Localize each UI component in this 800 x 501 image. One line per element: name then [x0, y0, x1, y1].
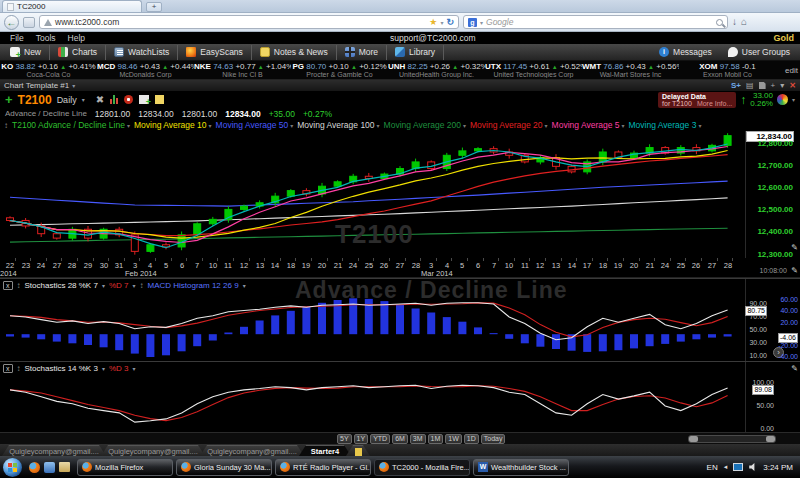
- firefox-quicklaunch-icon[interactable]: [29, 462, 40, 473]
- edit-pencil-icon[interactable]: ✎: [791, 266, 798, 275]
- chevron-down-icon[interactable]: ▾: [132, 365, 135, 372]
- zoom-preset-ytd[interactable]: YTD: [370, 434, 390, 444]
- chevron-down-icon[interactable]: ▾: [545, 122, 548, 129]
- indicator-title[interactable]: Stochastics 28 %K 7: [25, 281, 98, 290]
- snapshot-button[interactable]: S+: [731, 81, 741, 90]
- zoom-preset-1w[interactable]: 1W: [445, 434, 462, 444]
- mail-quicklaunch-icon[interactable]: [44, 462, 55, 473]
- legend-item-moving-average-50[interactable]: Moving Average 50▾: [216, 120, 294, 130]
- add-chart-icon[interactable]: [139, 95, 149, 104]
- menu-file[interactable]: File: [4, 33, 30, 43]
- new-tab-button[interactable]: +: [146, 2, 162, 12]
- chevron-down-icon[interactable]: ▾: [290, 122, 293, 129]
- legend-item-moving-average-100[interactable]: Moving Average 100▾: [297, 120, 379, 130]
- toolbar-more[interactable]: More: [337, 45, 387, 60]
- drag-handle-icon[interactable]: ↕: [17, 281, 21, 290]
- explorer-quicklaunch-icon[interactable]: [59, 462, 70, 472]
- network-icon[interactable]: [733, 463, 743, 471]
- close-panel-button[interactable]: x: [3, 364, 13, 373]
- home-icon[interactable]: ⌂: [741, 17, 747, 27]
- chevron-down-icon[interactable]: ▾: [440, 19, 443, 26]
- indicators-icon[interactable]: [110, 95, 118, 104]
- legend-item-moving-average-200[interactable]: Moving Average 200▾: [384, 120, 466, 130]
- indicator-d-label[interactable]: %D 7: [109, 281, 129, 290]
- chevron-down-icon[interactable]: ▾: [102, 282, 105, 289]
- ticker-item[interactable]: KO 38.82 +0.16 ▲ +0.41%Coca-Cola Co: [0, 61, 97, 79]
- symbol-name[interactable]: T2100: [18, 93, 52, 107]
- delayed-data-badge[interactable]: Delayed Data for T2100More Info...: [658, 92, 736, 108]
- layout-icon[interactable]: ▤: [746, 82, 754, 90]
- toolbar-watchlists[interactable]: WatchLists: [106, 45, 178, 60]
- bookmark-star-icon[interactable]: ★: [429, 18, 437, 27]
- legend-item-moving-average-20[interactable]: Moving Average 20▾: [470, 120, 548, 130]
- ticker-edit-link[interactable]: edit: [785, 66, 798, 75]
- zoom-preset-5y[interactable]: 5Y: [337, 434, 352, 444]
- taskbar-window-wealthbuilder-stock[interactable]: WWealthbuilder Stock ...: [473, 459, 569, 476]
- downloads-icon[interactable]: ↓: [732, 17, 737, 27]
- search-icon[interactable]: [716, 19, 723, 26]
- tools-icon[interactable]: ✖: [96, 95, 104, 105]
- toolbar-library[interactable]: Library: [387, 45, 444, 60]
- toolbar-user-groups[interactable]: User Groups: [720, 45, 798, 60]
- ticker-item[interactable]: UTX 117.45 +0.61 ▲ +0.52%United Technolo…: [485, 61, 582, 79]
- chart-template-label[interactable]: Chart Template #1: [4, 81, 69, 90]
- chevron-down-icon[interactable]: ▾: [621, 122, 624, 129]
- toolbar-easyscans[interactable]: EasyScans: [178, 45, 252, 60]
- globe-icon[interactable]: [777, 94, 788, 105]
- chevron-down-icon[interactable]: ▾: [132, 282, 135, 289]
- ticker-item[interactable]: MCD 98.46 +0.43 ▲ +0.44%McDonalds Corp: [97, 61, 194, 79]
- zoom-preset-today[interactable]: Today: [481, 434, 506, 444]
- add-panel-icon[interactable]: +: [771, 82, 776, 90]
- stochastics-chart-2[interactable]: [0, 375, 745, 432]
- record-icon[interactable]: [124, 95, 133, 104]
- close-panel-button[interactable]: x: [3, 281, 13, 290]
- menu-tools[interactable]: Tools: [30, 33, 62, 43]
- start-button[interactable]: [3, 458, 22, 477]
- url-bar[interactable]: www.tc2000.com ★ ▾ ↻: [39, 15, 459, 29]
- clock[interactable]: 3:24 PM: [763, 463, 793, 472]
- timeframe-select[interactable]: Daily: [57, 95, 77, 105]
- edit-pencil-icon[interactable]: ✎: [791, 243, 798, 252]
- new-workspace-tab-button[interactable]: [346, 445, 370, 456]
- range-handle-right[interactable]: [766, 436, 775, 442]
- range-handle-left[interactable]: [689, 436, 698, 442]
- zoom-preset-1d[interactable]: 1D: [464, 434, 479, 444]
- ticker-item[interactable]: PG 80.70 +0.10 ▲ +0.12%Procter & Gamble …: [291, 61, 388, 79]
- chevron-down-icon[interactable]: ▾: [209, 122, 212, 129]
- language-indicator[interactable]: EN: [707, 463, 718, 472]
- tray-expand-icon[interactable]: ◂: [724, 463, 728, 471]
- site-identity-icon[interactable]: [44, 19, 52, 26]
- chevron-down-icon[interactable]: ▾: [127, 122, 130, 129]
- chevron-down-icon[interactable]: ▾: [480, 19, 483, 26]
- google-icon[interactable]: g: [468, 18, 477, 27]
- close-icon[interactable]: ✕: [789, 81, 796, 90]
- search-bar[interactable]: g ▾ Google: [463, 15, 728, 29]
- zoom-preset-3m[interactable]: 3M: [410, 434, 426, 444]
- toolbar-notes-news[interactable]: Notes & News: [252, 45, 337, 60]
- workspace-tab-quigleycompany-gmail[interactable]: Quigleycompany@gmail....: [101, 445, 205, 456]
- note-icon[interactable]: [155, 95, 164, 104]
- zoom-preset-6m[interactable]: 6M: [392, 434, 408, 444]
- toolbar-messages[interactable]: iMessages: [651, 45, 720, 60]
- workspace-tab-quigleycompany-gmail[interactable]: Quigleycompany@gmail....: [2, 445, 106, 456]
- toolbar-charts[interactable]: Charts: [50, 45, 106, 60]
- reload-icon[interactable]: ↻: [446, 18, 454, 27]
- legend-item-moving-average-5[interactable]: Moving Average 5▾: [552, 120, 625, 130]
- menu-help[interactable]: Help: [62, 33, 91, 43]
- ticker-item[interactable]: WMT 76.86 +0.43 ▲ +0.56%Wal-Mart Stores …: [582, 61, 679, 79]
- taskbar-window-rt-radio-player-gl[interactable]: RTÉ Radio Player - Gl...: [275, 459, 371, 476]
- stochastics-chart-1[interactable]: [0, 292, 745, 361]
- taskbar-window-gloria-sunday-30-ma[interactable]: Gloria Sunday 30 Ma...: [176, 459, 272, 476]
- indicator-title[interactable]: Stochastics 14 %K 3: [25, 364, 98, 373]
- chevron-down-icon[interactable]: ▾: [377, 122, 380, 129]
- indicator-d-label[interactable]: %D 3: [109, 364, 129, 373]
- browser-tab[interactable]: TC2000: [2, 0, 142, 12]
- chevron-down-icon[interactable]: ▾: [72, 82, 75, 89]
- chevron-down-icon[interactable]: ▾: [463, 122, 466, 129]
- back-button[interactable]: ←: [4, 15, 19, 30]
- chevron-down-icon[interactable]: ▾: [780, 82, 784, 90]
- ticker-item[interactable]: XOM 97.58 -0.1 Exxon Mobil Co: [679, 61, 776, 79]
- drag-handle-icon[interactable]: ↕: [4, 121, 8, 130]
- date-axis[interactable]: 10:08:00 ✎ AL%F 222324272829303134567101…: [0, 258, 800, 278]
- drag-handle-icon[interactable]: ↕: [17, 364, 21, 373]
